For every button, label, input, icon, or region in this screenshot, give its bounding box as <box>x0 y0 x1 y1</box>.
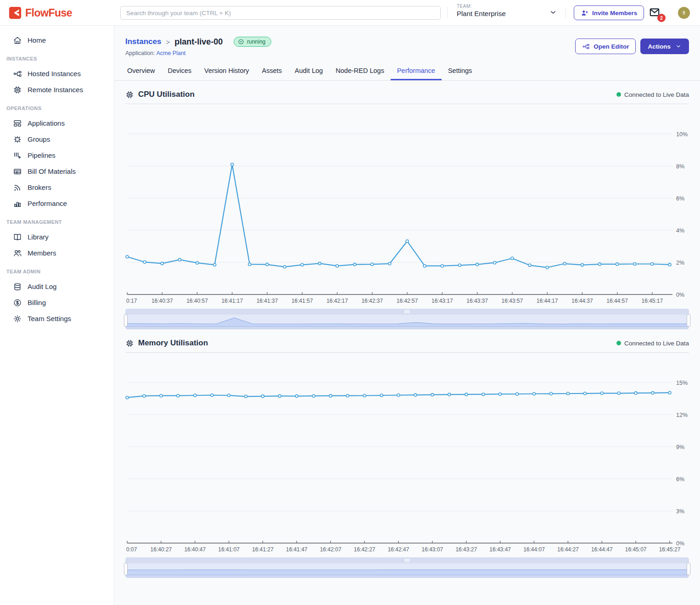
status-badge-label: running <box>247 39 265 45</box>
sidebar-item-label: Applications <box>28 119 65 127</box>
tab-version-history[interactable]: Version History <box>198 63 256 80</box>
memory-section-title: Memory Utilisation <box>125 339 208 348</box>
sidebar-item-home[interactable]: Home <box>0 32 114 48</box>
cpu-live-label: Connected to Live Data <box>624 91 689 98</box>
flowfuse-logo[interactable]: FlowFuse <box>8 6 72 20</box>
svg-text:10%: 10% <box>676 131 688 138</box>
sidebar-section-team-admin: TEAM ADMIN <box>6 269 114 274</box>
search-input[interactable] <box>120 6 441 20</box>
status-badge: running <box>234 37 271 47</box>
sidebar-item-audit-log[interactable]: Audit Log <box>0 278 114 294</box>
instance-name: plant-live-00 <box>174 37 223 47</box>
memory-scrubber-left-handle[interactable] <box>124 563 128 575</box>
main-content: Instances > plant-live-00 running Applic… <box>114 26 700 605</box>
person-plus-icon <box>581 9 588 17</box>
tab-assets[interactable]: Assets <box>256 63 289 80</box>
svg-text:16:41:07: 16:41:07 <box>218 546 240 553</box>
live-dot-icon <box>616 341 621 345</box>
chevron-down-icon[interactable] <box>549 8 557 17</box>
sidebar-item-performance[interactable]: Performance <box>0 195 114 211</box>
cpu-scrubber-left-handle[interactable] <box>124 314 128 327</box>
memory-live-label: Connected to Live Data <box>624 340 689 347</box>
cpu-scrubber-right-handle[interactable] <box>687 314 690 327</box>
sidebar-item-bill-of-materials[interactable]: Bill Of Materials <box>0 163 114 179</box>
tab-node-red-logs[interactable]: Node-RED Logs <box>329 63 391 80</box>
cpu-scrubber-window[interactable] <box>125 315 689 327</box>
svg-text:16:42:47: 16:42:47 <box>388 546 409 553</box>
memory-live-status: Connected to Live Data <box>616 340 689 347</box>
cpu-chip-icon <box>125 90 134 99</box>
notifications-button[interactable]: 2 <box>648 6 662 19</box>
svg-text:16:43:27: 16:43:27 <box>455 546 477 553</box>
sidebar-item-label: Performance <box>28 200 67 207</box>
sidebar-item-label: Library <box>28 233 49 241</box>
memory-scrubber-window[interactable] <box>125 563 689 575</box>
breadcrumb-instances-link[interactable]: Instances <box>125 37 161 46</box>
cpu-section-header: CPU Utilisation Connected to Live Data <box>125 90 689 104</box>
open-editor-button[interactable]: Open Editor <box>575 39 636 54</box>
sidebar-item-label: Pipelines <box>28 151 56 159</box>
tab-settings[interactable]: Settings <box>442 63 478 80</box>
memory-range-scrubber[interactable] <box>125 557 689 578</box>
svg-text:16:42:17: 16:42:17 <box>326 298 348 304</box>
memory-mini-chart <box>125 563 689 575</box>
sidebar-item-applications[interactable]: Applications <box>0 115 114 131</box>
invite-members-button[interactable]: Invite Members <box>574 6 644 20</box>
memory-scrubber-right-handle[interactable] <box>687 563 690 575</box>
actions-button[interactable]: Actions <box>640 39 689 54</box>
sidebar-item-pipelines[interactable]: Pipelines <box>0 147 114 163</box>
team-selector[interactable]: TEAM: Plant Enterprise <box>457 4 554 17</box>
cpu-scrubber-track[interactable] <box>125 309 689 315</box>
svg-text:16:43:47: 16:43:47 <box>489 546 511 553</box>
invite-members-label: Invite Members <box>592 10 637 17</box>
library-icon <box>13 233 22 242</box>
groups-icon <box>13 135 22 144</box>
svg-text:8%: 8% <box>676 163 684 170</box>
editor-node-icon <box>582 43 590 50</box>
memory-chip-icon <box>125 339 134 348</box>
svg-text:16:42:07: 16:42:07 <box>320 546 342 553</box>
svg-text:16:45:17: 16:45:17 <box>642 298 663 304</box>
hosted-instances-icon <box>13 69 22 78</box>
bill-of-materials-icon <box>13 167 22 176</box>
members-icon <box>13 249 22 258</box>
application-link[interactable]: Acme Plant <box>156 50 185 56</box>
svg-text:16:43:07: 16:43:07 <box>422 546 443 553</box>
tab-performance[interactable]: Performance <box>391 63 442 80</box>
svg-text:16:41:57: 16:41:57 <box>291 298 313 304</box>
cpu-mini-chart <box>125 315 689 327</box>
svg-text:4%: 4% <box>676 228 684 234</box>
chevron-down-icon <box>675 43 682 50</box>
sidebar-item-label: Members <box>28 249 56 257</box>
sidebar-item-team-settings[interactable]: Team Settings <box>0 311 114 327</box>
tab-overview[interactable]: Overview <box>121 63 161 80</box>
tab-audit-log[interactable]: Audit Log <box>288 63 329 80</box>
cpu-range-scrubber[interactable] <box>125 309 689 329</box>
grip-icon[interactable] <box>405 310 409 313</box>
memory-scrubber-track[interactable] <box>125 557 689 563</box>
sidebar-item-library[interactable]: Library <box>0 229 114 245</box>
sidebar-item-label: Bill Of Materials <box>28 167 76 175</box>
grip-icon[interactable] <box>405 559 409 562</box>
sidebar-item-label: Remote Instances <box>28 86 83 94</box>
sidebar: Home INSTANCES Hosted Instances Remote I… <box>0 26 114 605</box>
tab-devices[interactable]: Devices <box>161 63 198 80</box>
cpu-live-status: Connected to Live Data <box>616 91 689 98</box>
sidebar-item-brokers[interactable]: Brokers <box>0 179 114 195</box>
sidebar-section-team-management: TEAM MANAGEMENT <box>6 219 114 225</box>
sidebar-item-billing[interactable]: Billing <box>0 294 114 311</box>
svg-text:2%: 2% <box>676 260 684 266</box>
sidebar-item-label: Groups <box>28 135 50 143</box>
sidebar-item-hosted-instances[interactable]: Hosted Instances <box>0 66 114 82</box>
sidebar-item-label: Team Settings <box>28 315 71 322</box>
sidebar-item-remote-instances[interactable]: Remote Instances <box>0 82 114 98</box>
sidebar-item-label: Hosted Instances <box>28 70 81 78</box>
sidebar-item-groups[interactable]: Groups <box>0 131 114 147</box>
brokers-icon <box>13 183 22 192</box>
svg-text:16:42:27: 16:42:27 <box>354 546 375 553</box>
sidebar-item-members[interactable]: Members <box>0 245 114 261</box>
svg-text:16:42:57: 16:42:57 <box>397 298 418 304</box>
svg-text:15%: 15% <box>676 380 688 386</box>
svg-text:6%: 6% <box>676 476 684 483</box>
avatar[interactable]: fl <box>678 7 690 19</box>
